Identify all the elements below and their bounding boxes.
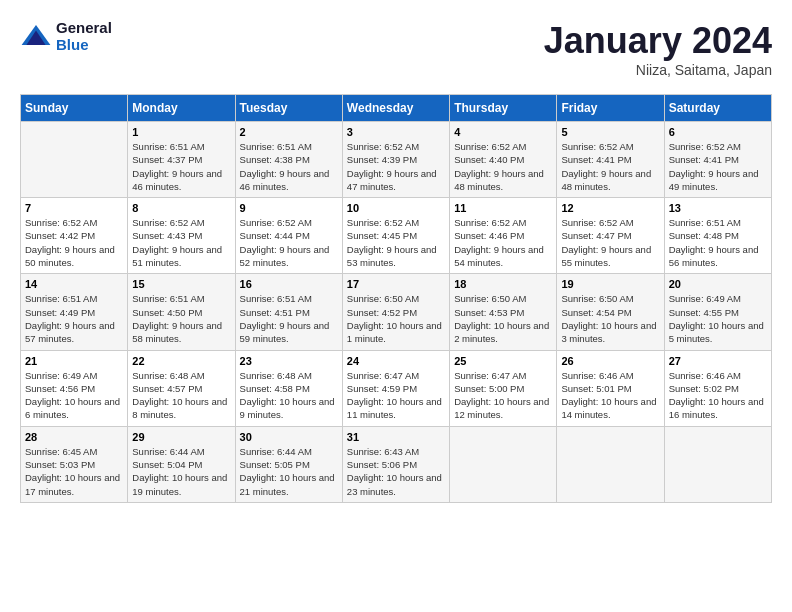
- day-info: Sunrise: 6:49 AM Sunset: 4:56 PM Dayligh…: [25, 369, 123, 422]
- calendar-cell: 14 Sunrise: 6:51 AM Sunset: 4:49 PM Dayl…: [21, 274, 128, 350]
- sunrise-text: Sunrise: 6:52 AM: [25, 217, 97, 228]
- sunset-text: Sunset: 4:49 PM: [25, 307, 95, 318]
- day-number: 16: [240, 278, 338, 290]
- daylight-text: Daylight: 10 hours and 2 minutes.: [454, 320, 549, 344]
- daylight-text: Daylight: 10 hours and 11 minutes.: [347, 396, 442, 420]
- logo-icon: [20, 21, 52, 53]
- day-number: 12: [561, 202, 659, 214]
- day-number: 9: [240, 202, 338, 214]
- calendar-cell: 12 Sunrise: 6:52 AM Sunset: 4:47 PM Dayl…: [557, 198, 664, 274]
- page-header: General Blue January 2024 Niiza, Saitama…: [20, 20, 772, 78]
- day-number: 8: [132, 202, 230, 214]
- day-number: 22: [132, 355, 230, 367]
- logo-line2: Blue: [56, 37, 112, 54]
- calendar-cell: 23 Sunrise: 6:48 AM Sunset: 4:58 PM Dayl…: [235, 350, 342, 426]
- day-number: 15: [132, 278, 230, 290]
- sunset-text: Sunset: 5:03 PM: [25, 459, 95, 470]
- daylight-text: Daylight: 10 hours and 1 minute.: [347, 320, 442, 344]
- sunrise-text: Sunrise: 6:51 AM: [25, 293, 97, 304]
- day-number: 11: [454, 202, 552, 214]
- calendar-cell: 13 Sunrise: 6:51 AM Sunset: 4:48 PM Dayl…: [664, 198, 771, 274]
- sunset-text: Sunset: 4:56 PM: [25, 383, 95, 394]
- calendar-cell: 7 Sunrise: 6:52 AM Sunset: 4:42 PM Dayli…: [21, 198, 128, 274]
- calendar-cell: 15 Sunrise: 6:51 AM Sunset: 4:50 PM Dayl…: [128, 274, 235, 350]
- calendar-cell: 30 Sunrise: 6:44 AM Sunset: 5:05 PM Dayl…: [235, 426, 342, 502]
- day-info: Sunrise: 6:51 AM Sunset: 4:51 PM Dayligh…: [240, 292, 338, 345]
- day-info: Sunrise: 6:48 AM Sunset: 4:58 PM Dayligh…: [240, 369, 338, 422]
- sunrise-text: Sunrise: 6:44 AM: [240, 446, 312, 457]
- daylight-text: Daylight: 10 hours and 6 minutes.: [25, 396, 120, 420]
- calendar-cell: 20 Sunrise: 6:49 AM Sunset: 4:55 PM Dayl…: [664, 274, 771, 350]
- daylight-text: Daylight: 9 hours and 48 minutes.: [454, 168, 544, 192]
- sunset-text: Sunset: 4:48 PM: [669, 230, 739, 241]
- sunrise-text: Sunrise: 6:48 AM: [240, 370, 312, 381]
- sunrise-text: Sunrise: 6:50 AM: [347, 293, 419, 304]
- sunrise-text: Sunrise: 6:51 AM: [240, 141, 312, 152]
- sunset-text: Sunset: 5:02 PM: [669, 383, 739, 394]
- day-info: Sunrise: 6:52 AM Sunset: 4:41 PM Dayligh…: [561, 140, 659, 193]
- sunrise-text: Sunrise: 6:47 AM: [454, 370, 526, 381]
- weekday-header-tuesday: Tuesday: [235, 95, 342, 122]
- daylight-text: Daylight: 9 hours and 59 minutes.: [240, 320, 330, 344]
- calendar-cell: [557, 426, 664, 502]
- logo-line1: General: [56, 20, 112, 37]
- calendar-cell: 27 Sunrise: 6:46 AM Sunset: 5:02 PM Dayl…: [664, 350, 771, 426]
- sunset-text: Sunset: 4:53 PM: [454, 307, 524, 318]
- sunset-text: Sunset: 4:41 PM: [669, 154, 739, 165]
- sunrise-text: Sunrise: 6:52 AM: [454, 141, 526, 152]
- calendar-cell: 1 Sunrise: 6:51 AM Sunset: 4:37 PM Dayli…: [128, 122, 235, 198]
- day-number: 26: [561, 355, 659, 367]
- calendar-cell: 22 Sunrise: 6:48 AM Sunset: 4:57 PM Dayl…: [128, 350, 235, 426]
- sunset-text: Sunset: 5:00 PM: [454, 383, 524, 394]
- day-number: 3: [347, 126, 445, 138]
- daylight-text: Daylight: 10 hours and 16 minutes.: [669, 396, 764, 420]
- sunset-text: Sunset: 5:04 PM: [132, 459, 202, 470]
- sunrise-text: Sunrise: 6:47 AM: [347, 370, 419, 381]
- day-info: Sunrise: 6:52 AM Sunset: 4:43 PM Dayligh…: [132, 216, 230, 269]
- calendar-week-5: 28 Sunrise: 6:45 AM Sunset: 5:03 PM Dayl…: [21, 426, 772, 502]
- day-number: 18: [454, 278, 552, 290]
- sunset-text: Sunset: 5:05 PM: [240, 459, 310, 470]
- day-number: 7: [25, 202, 123, 214]
- day-number: 10: [347, 202, 445, 214]
- calendar-cell: 4 Sunrise: 6:52 AM Sunset: 4:40 PM Dayli…: [450, 122, 557, 198]
- day-number: 5: [561, 126, 659, 138]
- day-info: Sunrise: 6:52 AM Sunset: 4:42 PM Dayligh…: [25, 216, 123, 269]
- sunset-text: Sunset: 4:44 PM: [240, 230, 310, 241]
- day-info: Sunrise: 6:50 AM Sunset: 4:54 PM Dayligh…: [561, 292, 659, 345]
- sunrise-text: Sunrise: 6:52 AM: [669, 141, 741, 152]
- day-number: 30: [240, 431, 338, 443]
- calendar-table: SundayMondayTuesdayWednesdayThursdayFrid…: [20, 94, 772, 503]
- sunrise-text: Sunrise: 6:50 AM: [561, 293, 633, 304]
- calendar-cell: 26 Sunrise: 6:46 AM Sunset: 5:01 PM Dayl…: [557, 350, 664, 426]
- calendar-cell: 19 Sunrise: 6:50 AM Sunset: 4:54 PM Dayl…: [557, 274, 664, 350]
- sunset-text: Sunset: 4:41 PM: [561, 154, 631, 165]
- calendar-cell: 9 Sunrise: 6:52 AM Sunset: 4:44 PM Dayli…: [235, 198, 342, 274]
- sunrise-text: Sunrise: 6:52 AM: [454, 217, 526, 228]
- sunrise-text: Sunrise: 6:48 AM: [132, 370, 204, 381]
- sunset-text: Sunset: 4:52 PM: [347, 307, 417, 318]
- day-info: Sunrise: 6:46 AM Sunset: 5:02 PM Dayligh…: [669, 369, 767, 422]
- sunrise-text: Sunrise: 6:46 AM: [561, 370, 633, 381]
- day-number: 2: [240, 126, 338, 138]
- daylight-text: Daylight: 10 hours and 21 minutes.: [240, 472, 335, 496]
- logo: General Blue: [20, 20, 112, 53]
- day-number: 28: [25, 431, 123, 443]
- sunrise-text: Sunrise: 6:51 AM: [240, 293, 312, 304]
- calendar-cell: 31 Sunrise: 6:43 AM Sunset: 5:06 PM Dayl…: [342, 426, 449, 502]
- day-info: Sunrise: 6:52 AM Sunset: 4:39 PM Dayligh…: [347, 140, 445, 193]
- sunrise-text: Sunrise: 6:52 AM: [347, 217, 419, 228]
- day-number: 6: [669, 126, 767, 138]
- calendar-cell: 16 Sunrise: 6:51 AM Sunset: 4:51 PM Dayl…: [235, 274, 342, 350]
- day-info: Sunrise: 6:52 AM Sunset: 4:46 PM Dayligh…: [454, 216, 552, 269]
- weekday-header-thursday: Thursday: [450, 95, 557, 122]
- sunrise-text: Sunrise: 6:46 AM: [669, 370, 741, 381]
- day-info: Sunrise: 6:45 AM Sunset: 5:03 PM Dayligh…: [25, 445, 123, 498]
- title-block: January 2024 Niiza, Saitama, Japan: [544, 20, 772, 78]
- daylight-text: Daylight: 9 hours and 52 minutes.: [240, 244, 330, 268]
- sunset-text: Sunset: 4:37 PM: [132, 154, 202, 165]
- sunset-text: Sunset: 4:40 PM: [454, 154, 524, 165]
- day-info: Sunrise: 6:51 AM Sunset: 4:38 PM Dayligh…: [240, 140, 338, 193]
- daylight-text: Daylight: 10 hours and 9 minutes.: [240, 396, 335, 420]
- location-subtitle: Niiza, Saitama, Japan: [544, 62, 772, 78]
